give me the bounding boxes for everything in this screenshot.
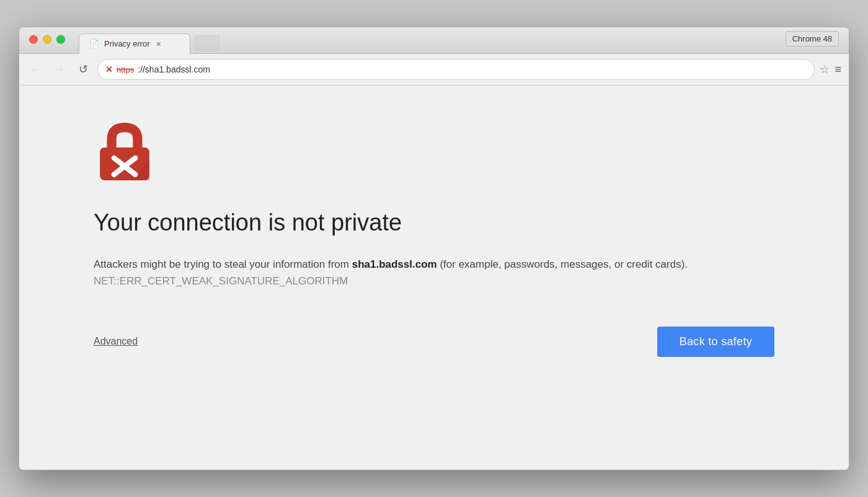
description-after: (for example, passwords, messages, or cr… <box>437 258 688 270</box>
tab-title: Privacy error <box>104 39 150 48</box>
action-row: Advanced Back to safety <box>94 327 774 357</box>
error-description: Attackers might be trying to steal your … <box>94 256 714 289</box>
window-controls <box>29 35 65 44</box>
tab-close-button[interactable]: × <box>155 40 162 48</box>
menu-button[interactable]: ≡ <box>835 63 841 76</box>
https-text: https <box>117 65 134 74</box>
reload-button[interactable]: ↺ <box>74 60 92 79</box>
back-to-safety-button[interactable]: Back to safety <box>657 327 774 357</box>
forward-icon: → <box>54 63 65 76</box>
security-x-icon: ✕ <box>105 64 113 74</box>
reload-icon: ↺ <box>79 63 88 76</box>
minimize-button[interactable] <box>43 35 51 44</box>
error-heading: Your connection is not private <box>94 209 774 237</box>
menu-icon: ≡ <box>835 63 841 76</box>
back-icon: ← <box>30 63 42 76</box>
security-icon-wrapper: ✕ <box>105 64 113 74</box>
new-tab-area <box>194 35 220 52</box>
tab-doc-icon: 📄 <box>89 39 99 48</box>
toolbar: ← → ↺ ✕ https ://sha1.badssl.com ☆ ≡ <box>19 54 849 86</box>
page-content: Your connection is not private Attackers… <box>19 86 849 470</box>
error-code: NET::ERR_CERT_WEAK_SIGNATURE_ALGORITHM <box>94 275 348 287</box>
bookmark-button[interactable]: ☆ <box>820 63 830 76</box>
chrome-version-label: Chrome 48 <box>786 31 839 46</box>
tab-bar: 📄 Privacy error × <box>79 33 839 53</box>
url-rest-text: ://sha1.badssl.com <box>138 64 807 74</box>
forward-button[interactable]: → <box>50 60 69 79</box>
address-bar[interactable]: ✕ https ://sha1.badssl.com <box>97 59 815 80</box>
active-tab[interactable]: 📄 Privacy error × <box>79 33 190 54</box>
description-before: Attackers might be trying to steal your … <box>94 258 352 270</box>
back-button[interactable]: ← <box>27 60 45 79</box>
maximize-button[interactable] <box>56 35 65 44</box>
advanced-button[interactable]: Advanced <box>94 336 138 347</box>
title-bar: 📄 Privacy error × Chrome 48 <box>19 27 849 54</box>
lock-error-icon <box>94 123 156 182</box>
star-icon: ☆ <box>820 63 830 76</box>
lock-icon-container <box>94 123 774 184</box>
close-button[interactable] <box>29 35 38 44</box>
browser-window: 📄 Privacy error × Chrome 48 ← → ↺ ✕ http… <box>19 27 849 470</box>
description-domain: sha1.badssl.com <box>352 258 437 270</box>
